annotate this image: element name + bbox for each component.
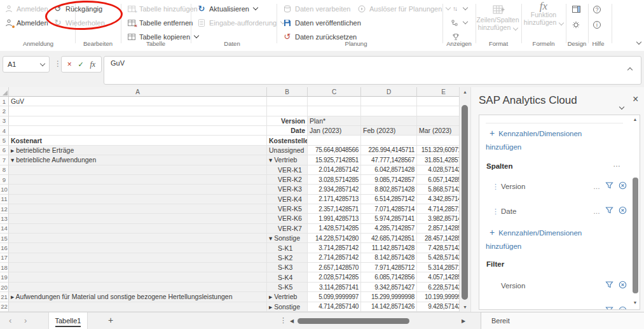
panel-collapse-button[interactable] — [619, 100, 624, 111]
row-header-5[interactable]: 5 — [0, 136, 9, 145]
row-header-9[interactable]: 9 — [0, 175, 9, 185]
horizontal-scrollbar-thumb[interactable] — [298, 318, 409, 324]
aktualisieren-button[interactable]: ↻ Aktualisieren — [197, 3, 257, 15]
cell-C7[interactable]: 15.925,7142851 — [308, 155, 361, 165]
cell-B15[interactable]: ▾ Sonstige — [267, 234, 308, 243]
cell-D1[interactable] — [361, 97, 417, 106]
cell-A12[interactable] — [9, 204, 267, 214]
cell-C10[interactable]: 2.934,2857142 — [308, 185, 361, 194]
cell-B21[interactable]: ▸ Vertrieb — [267, 292, 308, 302]
cell-C21[interactable]: 5.099,9999997 — [308, 292, 361, 302]
row-header-1[interactable]: 1 — [0, 97, 9, 106]
remove-circle-icon[interactable] — [619, 206, 627, 217]
cell-D11[interactable]: 6.514,2857142 — [361, 195, 417, 204]
filter-dim-clipped-row[interactable]: ⋮ — [479, 304, 631, 310]
column-header-C[interactable]: C — [308, 87, 361, 97]
cell-D5[interactable] — [361, 136, 417, 145]
cell-D7[interactable]: 47.777,1428567 — [361, 155, 417, 165]
row-header-17[interactable]: 17 — [0, 253, 9, 263]
cell-A8[interactable] — [9, 165, 267, 175]
scroll-right-icon[interactable]: ▶ — [462, 318, 465, 324]
cell-D9[interactable]: 9.085,7142857 — [361, 175, 417, 185]
enter-check-icon[interactable]: ✓ — [78, 60, 84, 69]
daten-veroeffentlichen-button[interactable]: Daten veröffentlichen — [283, 17, 361, 29]
filter-icon[interactable] — [605, 280, 613, 291]
row-header-7[interactable]: 7 — [0, 155, 9, 165]
insert-function-icon[interactable]: fx — [90, 60, 95, 69]
cell-D12[interactable]: 7.071,4285714 — [361, 204, 417, 214]
cell-D6[interactable]: 226.994,4145711 — [361, 146, 417, 155]
remove-circle-icon[interactable] — [619, 280, 627, 291]
prev-sheet-button[interactable]: ‹ — [9, 316, 11, 325]
columns-menu-button[interactable]: … — [613, 160, 621, 169]
row-header-8[interactable]: 8 — [0, 165, 9, 175]
cell-A22[interactable] — [9, 302, 267, 312]
cell-D14[interactable]: 4.285,7142857 — [361, 224, 417, 234]
cell-B3[interactable]: Version — [267, 116, 308, 126]
cell-A3[interactable] — [9, 116, 267, 126]
cell-C6[interactable]: 75.664,8048566 — [308, 146, 361, 155]
column-dim-version-row[interactable]: ⋮Version… — [479, 179, 631, 194]
cell-B19[interactable]: S-K4 — [267, 272, 308, 282]
row-header-11[interactable]: 11 — [0, 195, 9, 204]
cell-C2[interactable] — [308, 106, 361, 116]
cell-C13[interactable]: 1.991,4285713 — [308, 214, 361, 223]
cell-B22[interactable]: ▸ Sonstige — [267, 302, 308, 312]
cell-C17[interactable]: 2.714,2857142 — [308, 253, 361, 263]
formula-input[interactable]: GuV — [104, 56, 641, 85]
cell-A18[interactable] — [9, 263, 267, 272]
row-header-4[interactable]: 4 — [0, 126, 9, 136]
column-dim-date-row[interactable]: ⋮Date… — [479, 204, 631, 219]
cell-D22[interactable]: 14.142,8571426 — [361, 302, 417, 312]
cell-B13[interactable]: VER-K6 — [267, 214, 308, 223]
row-header-20[interactable]: 20 — [0, 283, 9, 292]
info-button[interactable]: i — [593, 18, 601, 31]
cell-A10[interactable] — [9, 185, 267, 194]
cell-A14[interactable] — [9, 224, 267, 234]
drag-handle-icon[interactable]: ⋮ — [492, 183, 501, 191]
cell-C8[interactable]: 2.014,2857142 — [308, 165, 361, 175]
sortierung-button[interactable]: ↑↓ — [450, 3, 467, 15]
cell-A19[interactable] — [9, 272, 267, 282]
more-options-icon[interactable]: … — [593, 207, 601, 215]
cell-D18[interactable]: 7.971,4285712 — [361, 263, 417, 272]
panel-scroll-down-icon[interactable]: ▼ — [629, 300, 640, 305]
row-header-18[interactable]: 18 — [0, 263, 9, 272]
sheet-vertical-scrollbar[interactable]: ▲ ▼ — [459, 87, 470, 312]
cell-A21[interactable]: ▸ Aufwendungen für Material und sonstige… — [9, 292, 267, 302]
cell-B8[interactable]: VER-K1 — [267, 165, 308, 175]
cell-C1[interactable] — [308, 97, 361, 106]
cell-B16[interactable]: S-K1 — [267, 243, 308, 253]
cell-A20[interactable] — [9, 283, 267, 292]
row-header-6[interactable]: 6 — [0, 146, 9, 155]
drag-handle-icon[interactable]: ⋮ — [492, 207, 501, 216]
cell-C12[interactable]: 2.357,1428571 — [308, 204, 361, 214]
cell-B9[interactable]: VER-K2 — [267, 175, 308, 185]
row-header-21[interactable]: 21 — [0, 292, 9, 302]
cell-A16[interactable] — [9, 243, 267, 253]
cell-D17[interactable]: 8.142,8571428 — [361, 253, 417, 263]
add-dimensions-link-top[interactable]: +Kennzahlen/Dimensionen — [490, 128, 582, 138]
row-header-13[interactable]: 13 — [0, 214, 9, 223]
redo-button[interactable]: ↻ Wiederholen — [53, 17, 105, 29]
row-header-19[interactable]: 19 — [0, 272, 9, 282]
scroll-down-icon[interactable]: ▼ — [460, 305, 470, 309]
cell-A11[interactable] — [9, 195, 267, 204]
row-header-2[interactable]: 2 — [0, 106, 9, 116]
ausloeser-button[interactable]: Auslöser für Planungen — [357, 3, 450, 15]
cell-B11[interactable]: VER-K4 — [267, 195, 308, 204]
panel-scrollbar-thumb[interactable] — [633, 178, 638, 293]
filter-icon[interactable] — [605, 305, 613, 310]
cell-C4[interactable]: Jan (2023) — [308, 126, 361, 136]
cell-D16[interactable]: 11.142,8571428 — [361, 243, 417, 253]
abmelden-button[interactable]: Abmelden — [4, 17, 48, 29]
remove-circle-icon[interactable] — [619, 181, 627, 192]
name-box[interactable]: A1 — [3, 56, 50, 73]
cell-B14[interactable]: VER-K7 — [267, 224, 308, 234]
cell-A4[interactable] — [9, 126, 267, 136]
cell-D15[interactable]: 42.685,7142851 — [361, 234, 417, 243]
remove-circle-icon[interactable] — [619, 305, 627, 310]
cell-D2[interactable] — [361, 106, 417, 116]
cell-A5[interactable]: Kostenart — [9, 136, 267, 145]
cell-D10[interactable]: 8.802,8571428 — [361, 185, 417, 194]
